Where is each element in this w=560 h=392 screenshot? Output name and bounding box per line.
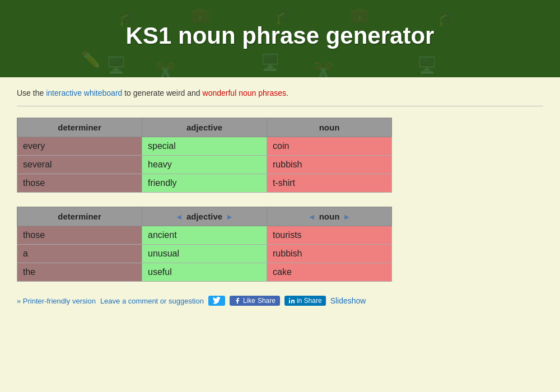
- intro-highlight-2: wonderful noun phrases: [203, 88, 286, 97]
- table-row: those ancient tourists: [17, 226, 392, 245]
- intro-paragraph: Use the interactive whiteboard to genera…: [17, 88, 543, 97]
- noun-arrow-left[interactable]: ◄: [308, 212, 316, 221]
- table-row: the useful cake: [17, 263, 392, 282]
- adj-arrow-left[interactable]: ◄: [175, 212, 183, 221]
- intro-highlight-1: interactive whiteboard: [46, 88, 122, 97]
- svg-point-0: [289, 298, 290, 299]
- t2-noun-1[interactable]: rubbish: [267, 245, 392, 263]
- deco-icon-10: ✂️: [314, 62, 333, 77]
- page-wrapper: 🎓 💼 🎓 💼 🎓 ✏️ 🖥️ ✂️ 🖥️ ✂️ 🖥️ 📢 📢 KS1 noun…: [0, 0, 560, 392]
- table1-header-noun: noun: [267, 118, 392, 137]
- linkedin-share-label: in Share: [297, 297, 322, 305]
- t1-noun-0[interactable]: coin: [267, 137, 392, 156]
- linkedin-share-button[interactable]: in Share: [284, 296, 326, 306]
- table2-container: determiner ◄ adjective ► ◄ noun ►: [17, 207, 543, 282]
- printer-friendly-link[interactable]: » Printer-friendly version: [17, 297, 96, 305]
- t1-adj-2[interactable]: friendly: [142, 174, 267, 193]
- t2-noun-0[interactable]: tourists: [267, 226, 392, 245]
- footer-links: » Printer-friendly version Leave a comme…: [17, 296, 543, 306]
- share-label: Share: [258, 297, 276, 305]
- t1-noun-1[interactable]: rubbish: [267, 156, 392, 174]
- t1-det-0[interactable]: every: [17, 137, 142, 156]
- t2-det-0[interactable]: those: [17, 226, 142, 245]
- t2-det-2[interactable]: the: [17, 263, 142, 282]
- adj-arrow-right[interactable]: ►: [226, 212, 234, 221]
- t1-noun-2[interactable]: t-shirt: [267, 174, 392, 193]
- t2-adj-2[interactable]: useful: [142, 263, 267, 282]
- like-label: Like: [243, 297, 255, 305]
- t2-adj-0[interactable]: ancient: [142, 226, 267, 245]
- noun-arrow-right[interactable]: ►: [343, 212, 351, 221]
- table2-header-adjective: ◄ adjective ►: [142, 207, 267, 226]
- facebook-icon: [234, 297, 241, 304]
- table-row: a unusual rubbish: [17, 245, 392, 263]
- t1-det-1[interactable]: several: [17, 156, 142, 174]
- slideshow-link[interactable]: Slideshow: [330, 296, 366, 305]
- table2-header-determiner: determiner: [17, 207, 142, 226]
- comment-link[interactable]: Leave a comment or suggestion: [100, 297, 204, 305]
- main-content: Use the interactive whiteboard to genera…: [0, 77, 560, 317]
- t2-adj-1[interactable]: unusual: [142, 245, 267, 263]
- page-title: KS1 noun phrase generator: [17, 11, 543, 60]
- table-row: those friendly t-shirt: [17, 174, 392, 193]
- intro-text-end: .: [286, 88, 288, 97]
- intro-text-mid: to generate weird and: [122, 88, 202, 97]
- table1-header-adjective: adjective: [142, 118, 267, 137]
- t2-det-1[interactable]: a: [17, 245, 142, 263]
- header-banner: 🎓 💼 🎓 💼 🎓 ✏️ 🖥️ ✂️ 🖥️ ✂️ 🖥️ 📢 📢 KS1 noun…: [0, 0, 560, 77]
- t1-det-2[interactable]: those: [17, 174, 142, 193]
- table1-header-determiner: determiner: [17, 118, 142, 137]
- twitter-share-button[interactable]: [208, 296, 225, 306]
- noun-phrase-table-1: determiner adjective noun every special …: [17, 118, 392, 193]
- linkedin-icon: [288, 297, 295, 304]
- table-row: several heavy rubbish: [17, 156, 392, 174]
- t1-adj-0[interactable]: special: [142, 137, 267, 156]
- deco-icon-8: ✂️: [156, 62, 175, 77]
- table1-container: determiner adjective noun every special …: [17, 118, 543, 193]
- noun-phrase-table-2: determiner ◄ adjective ► ◄ noun ►: [17, 207, 392, 282]
- divider: [17, 106, 543, 106]
- t1-adj-1[interactable]: heavy: [142, 156, 267, 174]
- facebook-like-button[interactable]: Like Share: [230, 296, 280, 306]
- table2-header-noun: ◄ noun ►: [267, 207, 392, 226]
- t2-noun-2[interactable]: cake: [267, 263, 392, 282]
- twitter-icon: [213, 297, 221, 305]
- intro-text-plain: Use the: [17, 88, 46, 97]
- table-row: every special coin: [17, 137, 392, 156]
